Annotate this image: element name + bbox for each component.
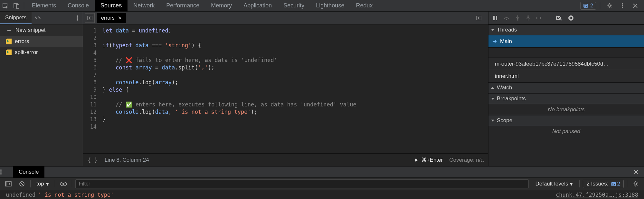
thread-main[interactable]: ➔ Main	[488, 35, 644, 48]
drawer-tab-console[interactable]: Console	[13, 166, 44, 178]
topbar-right: 2	[580, 0, 644, 12]
devtools-topbar: Elements Console Sources Network Perform…	[0, 0, 644, 12]
close-tab-icon[interactable]: ✕	[118, 15, 122, 21]
code-area[interactable]: let data = undefined; if(typeof data ===…	[100, 24, 488, 153]
svg-rect-26	[5, 182, 7, 186]
disclosure-triangle-icon	[491, 87, 494, 89]
tab-security[interactable]: Security	[278, 0, 310, 12]
drawer-tab-bar: Console ✕	[0, 166, 644, 178]
tab-console[interactable]: Console	[62, 0, 95, 12]
pause-on-exceptions-icon[interactable]	[568, 15, 574, 21]
separator	[30, 180, 31, 187]
close-drawer-icon[interactable]: ✕	[628, 168, 644, 176]
snippet-item-split-error[interactable]: split-error	[0, 47, 83, 58]
tab-memory[interactable]: Memory	[205, 0, 238, 12]
svg-point-7	[622, 7, 623, 8]
section-breakpoints[interactable]: Breakpoints	[488, 93, 644, 104]
run-snippet-icon[interactable]	[474, 13, 484, 23]
svg-point-15	[506, 19, 507, 20]
svg-point-19	[568, 15, 573, 21]
context-label: top	[36, 181, 44, 187]
section-threads[interactable]: Threads	[488, 24, 644, 35]
console-filter-input[interactable]	[75, 179, 529, 188]
svg-point-17	[527, 15, 529, 17]
active-thread-arrow-icon: ➔	[492, 38, 497, 45]
subtab-snippets[interactable]: Snippets	[0, 12, 32, 24]
deactivate-breakpoints-icon[interactable]	[556, 15, 562, 21]
breakpoints-empty: No breakpoints	[488, 104, 644, 115]
svg-point-9	[77, 17, 78, 19]
svg-rect-21	[571, 17, 572, 19]
pretty-print-icon[interactable]: { }	[88, 157, 98, 163]
step-into-icon[interactable]	[516, 15, 520, 21]
snippet-file-icon	[6, 39, 12, 44]
issues-count: 2	[617, 181, 620, 187]
svg-point-6	[622, 5, 623, 6]
separator	[72, 180, 72, 187]
svg-point-31	[635, 183, 637, 185]
svg-point-16	[517, 19, 518, 21]
svg-rect-3	[584, 4, 588, 7]
step-icon[interactable]	[536, 16, 543, 20]
code-editor[interactable]: 1234567891011121314 let data = undefined…	[83, 24, 488, 153]
editor-column: errors ✕ 1234567891011121314 let data = …	[83, 12, 488, 166]
thread-item[interactable]: m-outer-93afeeb17bc37e711759584dbfc50d…	[488, 58, 644, 70]
tab-performance[interactable]: Performance	[160, 0, 205, 12]
disclosure-triangle-icon	[491, 120, 494, 122]
show-console-sidebar-icon[interactable]	[3, 179, 14, 188]
editor-tab-errors[interactable]: errors ✕	[97, 13, 126, 23]
snippet-name: errors	[15, 38, 29, 45]
settings-gear-icon[interactable]	[604, 0, 615, 12]
svg-point-22	[0, 169, 2, 171]
tab-network[interactable]: Network	[128, 0, 160, 12]
thread-item[interactable]: inner.html	[488, 70, 644, 82]
tab-redux[interactable]: Redux	[350, 0, 378, 12]
tab-sources[interactable]: Sources	[95, 0, 128, 12]
close-devtools-icon[interactable]	[630, 0, 641, 12]
tab-elements[interactable]: Elements	[26, 0, 62, 12]
snippet-item-errors[interactable]: errors	[0, 36, 83, 47]
separator	[24, 2, 24, 9]
scope-empty: Not paused	[488, 126, 644, 137]
svg-point-24	[0, 173, 2, 175]
section-label: Breakpoints	[497, 95, 526, 102]
separator	[600, 2, 600, 9]
navigator-sidebar: Snippets ＋ New snippet errors split-erro…	[0, 12, 83, 166]
step-out-icon[interactable]	[526, 15, 530, 21]
drawer-menu-icon[interactable]	[0, 169, 13, 175]
kebab-menu-icon[interactable]	[617, 0, 628, 12]
console-settings-gear-icon[interactable]	[630, 179, 641, 188]
new-snippet-button[interactable]: ＋ New snippet	[0, 24, 83, 36]
more-subtabs-icon[interactable]	[32, 16, 44, 20]
navigator-subtabs: Snippets	[0, 12, 83, 24]
device-toolbar-icon[interactable]	[11, 0, 22, 12]
step-over-icon[interactable]	[503, 15, 510, 21]
disclosure-triangle-icon	[491, 29, 494, 31]
console-issues-button[interactable]: 2 Issues: 2	[583, 180, 624, 188]
run-hint[interactable]: ⌘+Enter	[414, 157, 443, 163]
separator	[55, 180, 55, 187]
section-scope[interactable]: Scope	[488, 115, 644, 126]
tab-application[interactable]: Application	[238, 0, 278, 12]
new-snippet-label: New snippet	[15, 27, 46, 33]
svg-rect-20	[570, 17, 571, 19]
separator	[579, 180, 580, 187]
snippet-file-icon	[6, 50, 12, 55]
pause-icon[interactable]	[493, 15, 497, 21]
sources-panel: Snippets ＋ New snippet errors split-erro…	[0, 12, 644, 166]
thread-name: Main	[500, 38, 512, 45]
context-selector[interactable]: top ▾	[34, 181, 52, 187]
main-tab-strip: Elements Console Sources Network Perform…	[26, 0, 378, 12]
nav-history-icon[interactable]	[85, 13, 95, 23]
navigator-menu-icon[interactable]	[72, 15, 83, 21]
inspect-element-icon[interactable]	[0, 0, 11, 12]
console-value-string: ' is not a string type'	[38, 192, 114, 198]
section-watch[interactable]: Watch	[488, 82, 644, 93]
debugger-toolbar	[488, 12, 644, 24]
tab-lighthouse[interactable]: Lighthouse	[310, 0, 350, 12]
log-levels-selector[interactable]: Default levels ▾	[532, 181, 576, 187]
clear-console-icon[interactable]	[17, 179, 27, 188]
live-expression-icon[interactable]	[58, 179, 69, 188]
console-source-link[interactable]: chunk.47.f29250a….js:3188	[556, 192, 638, 198]
issues-indicator[interactable]: 2	[580, 2, 596, 10]
